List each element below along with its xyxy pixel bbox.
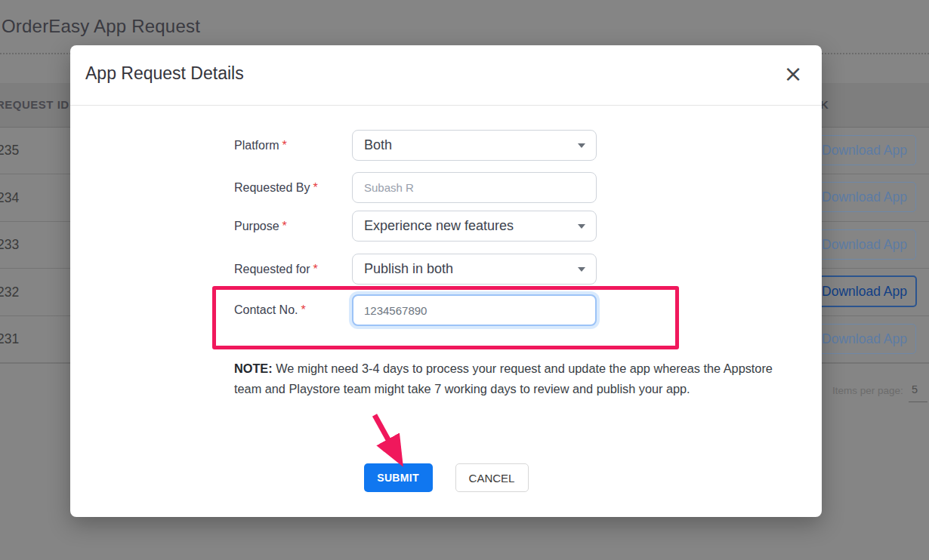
required-asterisk: * [301, 303, 305, 316]
platform-label: Platform* [234, 139, 352, 152]
request-id-cell: 231 [0, 331, 19, 347]
note-text: NOTE: We might need 3-4 days to process … [234, 358, 781, 398]
platform-select[interactable]: Both [352, 130, 597, 161]
chevron-down-icon [578, 143, 585, 148]
purpose-select[interactable]: Experience new features [352, 211, 597, 242]
app-request-details-dialog: App Request Details × Platform* Both Req… [70, 45, 822, 517]
note-label: NOTE: [234, 362, 273, 375]
screen: OrderEasy App Request REQUEST ID K 235 D… [0, 0, 929, 560]
chevron-down-icon [578, 224, 585, 229]
download-app-button[interactable]: Download App [813, 324, 916, 354]
required-asterisk: * [282, 139, 287, 152]
page-title: OrderEasy App Request [2, 16, 200, 37]
cancel-button[interactable]: CANCEL [455, 463, 529, 492]
contact-no-label: Contact No.* [234, 303, 352, 317]
form-row-requested-for: Requested for* Publish in both [234, 254, 597, 285]
purpose-select-value: Experience new features [364, 218, 514, 234]
download-app-button[interactable]: Download App [813, 229, 916, 260]
submit-button[interactable]: SUBMIT [364, 463, 433, 492]
request-id-cell: 233 [0, 237, 19, 253]
download-app-button[interactable]: Download App [813, 135, 916, 165]
requested-by-label: Requested By* [234, 181, 352, 195]
download-app-button[interactable]: Download App [813, 182, 916, 212]
form-row-contact-no: Contact No.* [234, 294, 597, 326]
contact-no-input[interactable] [352, 294, 597, 326]
requested-for-label: Requested for* [234, 263, 352, 276]
form-row-platform: Platform* Both [234, 130, 597, 161]
dialog-actions: SUBMIT CANCEL [70, 463, 822, 492]
items-per-page-label: Items per page: [832, 385, 903, 396]
form-row-requested-by: Requested By* [234, 172, 597, 203]
dialog-header: App Request Details × [70, 45, 822, 106]
request-id-cell: 234 [0, 189, 19, 205]
required-asterisk: * [313, 263, 318, 275]
request-id-cell: 235 [0, 143, 19, 158]
requested-for-select[interactable]: Publish in both [352, 254, 597, 285]
items-per-page-select[interactable]: 5 [912, 383, 918, 395]
required-asterisk: * [282, 220, 287, 232]
chevron-down-icon [578, 267, 585, 272]
items-per-page-underline [909, 402, 927, 402]
requested-for-select-value: Publish in both [364, 261, 453, 277]
requested-by-input[interactable] [352, 172, 597, 203]
purpose-label: Purpose* [234, 220, 352, 233]
dialog-title: App Request Details [85, 63, 244, 84]
note-body: We might need 3-4 days to process your r… [234, 362, 773, 395]
column-header-request-id: REQUEST ID [0, 83, 69, 127]
request-id-cell: 232 [0, 284, 19, 300]
close-icon[interactable]: × [779, 60, 807, 88]
form-row-purpose: Purpose* Experience new features [234, 211, 597, 242]
platform-select-value: Both [364, 137, 392, 153]
download-app-button[interactable]: Download App [812, 275, 917, 307]
required-asterisk: * [313, 181, 318, 194]
